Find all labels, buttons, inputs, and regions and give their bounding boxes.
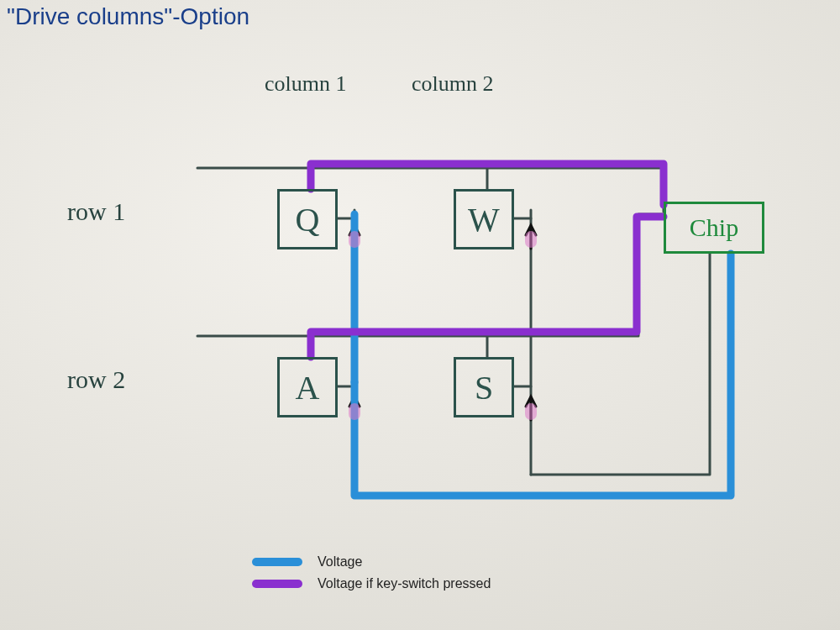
diode-marker-icon [525, 231, 537, 248]
key-s: S [454, 357, 514, 417]
row-1-label: row 1 [67, 197, 125, 226]
column-1-label: column 1 [265, 71, 347, 97]
key-a: A [277, 357, 338, 417]
legend-swatch-blue-icon [252, 558, 302, 566]
key-q: Q [277, 189, 338, 249]
diagram-title: "Drive columns"-Option [7, 3, 249, 30]
diode-marker-icon [349, 231, 360, 248]
legend-row-voltage: Voltage [252, 554, 491, 570]
legend-label-voltage-pressed: Voltage if key-switch pressed [318, 576, 491, 591]
key-w: W [454, 189, 514, 249]
legend-swatch-purple-icon [252, 580, 302, 588]
legend: Voltage Voltage if key-switch pressed [252, 554, 491, 598]
legend-label-voltage: Voltage [318, 554, 362, 570]
diode-marker-icon [525, 403, 537, 420]
diode-marker-icon [349, 403, 360, 420]
legend-row-voltage-pressed: Voltage if key-switch pressed [252, 576, 491, 591]
row-2-label: row 2 [67, 365, 125, 394]
chip-box: Chip [664, 202, 764, 254]
column-2-label: column 2 [412, 71, 494, 97]
